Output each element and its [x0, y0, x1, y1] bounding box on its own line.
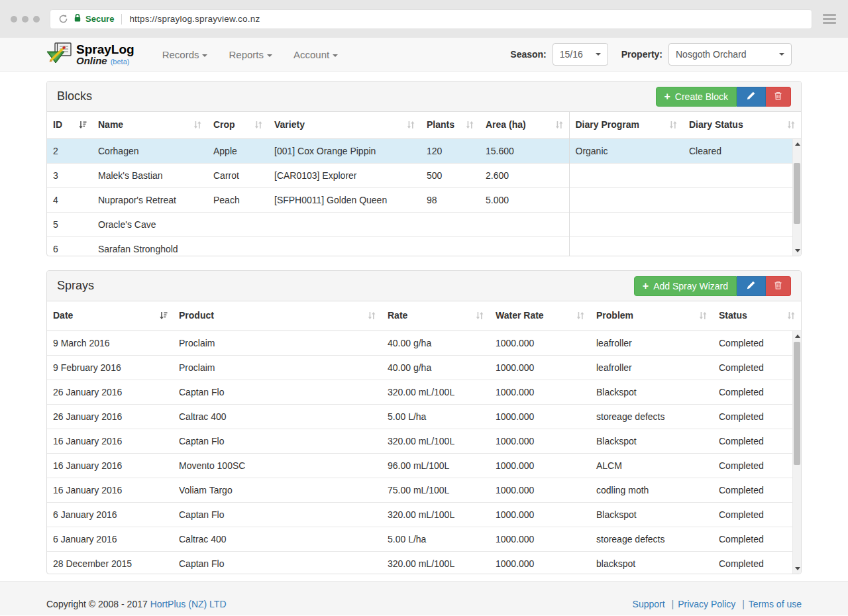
column-header[interactable]: Problem: [590, 301, 713, 331]
column-label: Rate: [388, 310, 407, 321]
table-row[interactable]: 26 January 2016 Captan Flo 320.00 mL/100…: [47, 380, 792, 405]
column-header[interactable]: Plants: [421, 112, 480, 138]
sort-icon: [576, 311, 585, 322]
create-block-button[interactable]: + Create Block: [656, 87, 737, 107]
column-header[interactable]: Water Rate: [490, 301, 590, 331]
table-row[interactable]: 9 March 2016 Proclaim 40.00 g/ha 1000.00…: [47, 331, 792, 356]
table-row[interactable]: 28 December 2015 Captan Flo 320.00 mL/10…: [47, 552, 792, 574]
sprays-table-body: 9 March 2016 Proclaim 40.00 g/ha 1000.00…: [47, 331, 792, 574]
window-control-dot[interactable]: [11, 16, 17, 23]
table-row[interactable]: 6 January 2016 Caltrac 400 5.00 L/ha 100…: [47, 527, 792, 552]
column-header[interactable]: Diary Status: [683, 112, 801, 138]
cell-product: Caltrac 400: [173, 527, 382, 552]
cell-product: Proclaim: [173, 331, 382, 356]
sort-active-icon: [78, 121, 87, 131]
caret-down-icon: [267, 54, 272, 57]
column-header[interactable]: Variety: [268, 112, 421, 138]
scrollbar-thumb[interactable]: [794, 163, 800, 224]
column-header[interactable]: Rate: [382, 301, 490, 331]
cell-rate: 40.00 g/ha: [382, 356, 490, 380]
window-control-dot[interactable]: [33, 16, 40, 23]
cell-diary-status: Cleared: [683, 139, 792, 164]
company-link[interactable]: HortPlus (NZ) LTD: [150, 599, 227, 609]
sprays-actions: + Add Spray Wizard: [634, 276, 791, 296]
column-header[interactable]: Product: [173, 301, 382, 331]
cell-rate: 5.00 L/ha: [382, 405, 490, 429]
table-row[interactable]: 6 January 2016 Captan Flo 320.00 mL/100L…: [47, 503, 792, 527]
footer-link[interactable]: Support: [633, 599, 665, 609]
cell-date: 26 January 2016: [47, 380, 173, 405]
address-separator: [121, 14, 122, 25]
table-row[interactable]: 16 January 2016 Movento 100SC 96.00 mL/1…: [47, 454, 792, 478]
footer-link[interactable]: Privacy Policy: [678, 599, 735, 609]
edit-spray-button[interactable]: [737, 276, 766, 296]
table-row[interactable]: 5 Oracle's Cave: [47, 213, 792, 237]
cell-water-rate: 1000.000: [490, 429, 590, 454]
property-select[interactable]: Nosgoth Orchard: [668, 43, 792, 66]
cell-status: Completed: [713, 478, 792, 503]
nav-menu-item[interactable]: Account: [283, 49, 348, 60]
cell-date: 16 January 2016: [47, 454, 173, 478]
cell-rate: 320.00 mL/100L: [382, 503, 490, 527]
trash-icon: [773, 280, 783, 292]
brand[interactable]: SprayLog Online (beta): [46, 42, 134, 67]
nav-menus: Records Reports Account: [152, 49, 349, 60]
nav-menu-item[interactable]: Records: [152, 49, 219, 60]
column-header[interactable]: Date: [47, 301, 173, 331]
scrollbar-up-arrow[interactable]: [793, 331, 801, 341]
column-label: Plants: [427, 119, 454, 130]
window-controls: [11, 16, 40, 23]
scrollbar-down-arrow[interactable]: [793, 564, 801, 574]
cell-water-rate: 1000.000: [490, 503, 590, 527]
cell-plants: 500: [421, 164, 480, 188]
cell-status: Completed: [713, 380, 792, 405]
scrollbar[interactable]: [792, 331, 801, 574]
cell-area: 15.600: [480, 139, 569, 164]
delete-block-button[interactable]: [766, 87, 791, 107]
sprays-table-header: Date Product: [47, 301, 801, 331]
copyright: Copyright © 2008 - 2017 HortPlus (NZ) LT…: [46, 599, 227, 609]
table-row[interactable]: 4 Nuprapor's Retreat Peach [SFPH0011] Go…: [47, 188, 792, 213]
footer: Copyright © 2008 - 2017 HortPlus (NZ) LT…: [0, 581, 848, 615]
scrollbar[interactable]: [792, 139, 801, 256]
table-row[interactable]: 16 January 2016 Voliam Targo 75.00 mL/10…: [47, 478, 792, 503]
table-row[interactable]: 6 Sarafan Stronghold: [47, 237, 792, 256]
column-header[interactable]: ID: [47, 112, 92, 138]
window-control-dot[interactable]: [22, 16, 28, 23]
column-header[interactable]: Name: [92, 112, 207, 138]
scrollbar-thumb[interactable]: [794, 342, 800, 465]
scrollbar-up-arrow[interactable]: [793, 139, 801, 149]
table-row[interactable]: 3 Malek's Bastian Carrot [CAR0103] Explo…: [47, 164, 792, 188]
table-row[interactable]: 26 January 2016 Caltrac 400 5.00 L/ha 10…: [47, 405, 792, 429]
column-header[interactable]: Area (ha): [480, 112, 569, 138]
cell-problem: ALCM: [590, 454, 713, 478]
refresh-icon[interactable]: [58, 14, 68, 24]
delete-spray-button[interactable]: [766, 276, 791, 296]
season-select[interactable]: 15/16: [553, 43, 608, 66]
address-bar[interactable]: Secure https://spraylog.sprayview.co.nz: [50, 9, 812, 29]
cell-status: Completed: [713, 405, 792, 429]
cell-product: Captan Flo: [173, 429, 382, 454]
nav-menu-item[interactable]: Reports: [218, 49, 283, 60]
cell-area: [480, 237, 569, 256]
table-row[interactable]: 9 February 2016 Proclaim 40.00 g/ha 1000…: [47, 356, 792, 380]
footer-link[interactable]: Terms of use: [749, 599, 802, 609]
plus-icon: +: [664, 91, 670, 102]
cell-id: 3: [47, 164, 92, 188]
cell-diary-program: Organic: [569, 139, 683, 164]
table-row[interactable]: 16 January 2016 Captan Flo 320.00 mL/100…: [47, 429, 792, 454]
cell-rate: 40.00 g/ha: [382, 331, 490, 356]
cell-product: Captan Flo: [173, 503, 382, 527]
table-row[interactable]: 2 Corhagen Apple [001] Cox Orange Pippin…: [47, 139, 792, 164]
add-spray-wizard-button[interactable]: + Add Spray Wizard: [634, 276, 737, 296]
cell-water-rate: 1000.000: [490, 356, 590, 380]
lock-icon: [74, 13, 81, 25]
scrollbar-down-arrow[interactable]: [793, 246, 801, 256]
browser-menu-icon[interactable]: [823, 14, 836, 24]
column-label: Diary Status: [689, 119, 743, 130]
column-header[interactable]: Diary Program: [569, 112, 683, 138]
cell-date: 28 December 2015: [47, 552, 173, 574]
column-header[interactable]: Crop: [207, 112, 268, 138]
column-header[interactable]: Status: [713, 301, 801, 331]
edit-block-button[interactable]: [737, 87, 766, 107]
